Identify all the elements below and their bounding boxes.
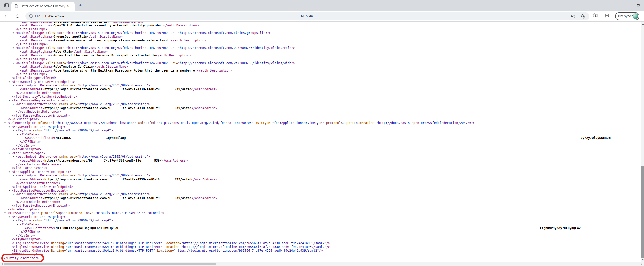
scroll-up-arrow-icon[interactable] — [642, 23, 644, 25]
collapse-arrow-icon[interactable]: ▼ — [13, 46, 16, 50]
horizontal-scrollbar[interactable] — [0, 262, 644, 266]
collapse-arrow-icon[interactable]: ▼ — [13, 219, 16, 223]
xml-line: ▼<wsa:EndpointReference xmlns:wsa="http:… — [0, 155, 641, 159]
xml-line: </IDPSSODescriptor> — [0, 253, 641, 256]
tab-close-icon[interactable]: ✕ — [66, 4, 71, 8]
xml-line: </fed:TargetScopes> — [0, 166, 641, 170]
xml-line: ▼<wsa:EndpointReference xmlns:wsa="http:… — [0, 192, 641, 196]
xml-line: </fed:SecurityTokenServiceEndpoint> — [0, 95, 641, 99]
xml-line: </auth:ClaimType> — [0, 42, 641, 46]
xml-line: ▼<X509Data> — [0, 132, 641, 136]
document-title: MFA.xml — [25, 12, 589, 20]
xml-line: </X509Data> — [0, 230, 641, 234]
xml-line: ▼<fed:ApplicationServiceEndpoint> — [0, 170, 641, 174]
tab-title: DataCove Azure Active Directory — [21, 4, 66, 8]
xml-line: <auth:DisplayName>GroupsOverageClaim</au… — [0, 35, 641, 39]
browser-tab[interactable]: DataCove Azure Active Directory ✕ — [11, 2, 75, 11]
xml-line: </RoleDescriptor> — [0, 117, 641, 121]
collapse-arrow-icon[interactable]: ▼ — [17, 133, 20, 137]
vertical-scrollbar[interactable] — [641, 22, 644, 262]
xml-line: <auth:Description>Roles that the user or… — [0, 54, 641, 57]
scroll-left-arrow-icon[interactable] — [1, 263, 3, 265]
collapse-arrow-icon[interactable]: ▼ — [13, 31, 16, 35]
profile-avatar — [633, 13, 638, 19]
new-tab-button[interactable]: + — [77, 3, 83, 9]
collapse-arrow-icon[interactable]: ▼ — [13, 155, 16, 159]
collections-icon[interactable] — [604, 13, 610, 19]
address-bar[interactable]: File | E:/DataCove MFA.xml — [25, 12, 589, 20]
xml-line: </KeyDescriptor> — [0, 147, 641, 151]
xml-line: </KeyInfo> — [0, 144, 641, 148]
collapse-arrow-icon[interactable]: ▼ — [4, 211, 8, 215]
xml-line: </wsa:EndpointReference> — [0, 163, 641, 166]
browser-toolbar: File | E:/DataCove MFA.xml — [0, 11, 644, 22]
tab-bar: DataCove Azure Active Directory ✕ + — [0, 0, 644, 11]
favorites-hub-icon[interactable] — [592, 13, 599, 19]
file-page-icon — [14, 4, 19, 8]
xml-line: <wsa:Address>https://login.microsoftonli… — [0, 87, 641, 91]
collapse-arrow-icon[interactable]: ▼ — [9, 80, 12, 84]
collapse-arrow-icon[interactable]: ▼ — [9, 215, 12, 219]
xml-line: ▼<wsa:EndpointReference xmlns:wsa="http:… — [0, 102, 641, 106]
add-favorite-star-icon[interactable] — [580, 13, 586, 19]
window-restore-button[interactable] — [633, 1, 643, 9]
xml-line: ▼<wsa:EndpointReference xmlns:wsa="http:… — [0, 84, 641, 87]
xml-document: <auth:DisplayName>External OpenID 2.0 Id… — [0, 22, 641, 260]
window-minimize-button[interactable] — [621, 1, 632, 9]
horizontal-scrollbar-thumb[interactable] — [4, 263, 216, 265]
xml-line: ▼<IDPSSODescriptor protocolSupportEnumer… — [0, 211, 641, 215]
vertical-scrollbar-thumb[interactable] — [641, 166, 644, 258]
xml-line: ▼<KeyInfo xmlns="http://www.w3.org/2000/… — [0, 219, 641, 223]
collapse-arrow-icon[interactable]: ▼ — [9, 189, 12, 193]
collapse-arrow-icon[interactable]: ▼ — [9, 152, 12, 155]
collapse-arrow-icon[interactable]: ▼ — [13, 103, 16, 107]
back-icon[interactable] — [3, 13, 9, 19]
xml-line: ▼<RoleDescriptor xmlns:xsi="http://www.w… — [0, 121, 641, 125]
tab-actions-icon[interactable] — [4, 3, 9, 8]
xml-line: </auth:ClaimType> — [0, 57, 641, 61]
scheme-chip-label: File — [35, 14, 40, 18]
xml-line: <SingleLogoutService Binding="urn:oasis:… — [0, 241, 641, 245]
collapse-arrow-icon[interactable]: ▼ — [4, 121, 8, 125]
address-divider: | — [42, 14, 43, 18]
collapse-arrow-icon[interactable]: ▼ — [9, 99, 12, 103]
xml-line: ▼<fed:PassiveRequestorEndpoint> — [0, 189, 641, 193]
collapse-arrow-icon[interactable]: ▼ — [13, 193, 16, 197]
xml-line: <X509Certificate>MIIC8DCCAdigAwIBAgIQbLb… — [0, 226, 641, 230]
address-path: E:/DataCove — [45, 14, 64, 18]
xml-line: ▼<KeyInfo xmlns="http://www.w3.org/2000/… — [0, 129, 641, 132]
xml-line: <wsa:Address>https://login.microsoftonli… — [0, 106, 641, 110]
xml-line: <auth:DisplayName>Role Claim</auth:Displ… — [0, 50, 641, 54]
read-aloud-icon[interactable] — [570, 13, 576, 19]
xml-line: </wsa:EndpointReference> — [0, 200, 641, 204]
collapse-arrow-icon[interactable]: ▼ — [13, 129, 16, 133]
xml-line: </wsa:EndpointReference> — [0, 110, 641, 114]
xml-line: </KeyDescriptor> — [0, 237, 641, 241]
refresh-icon[interactable] — [14, 13, 21, 19]
scroll-down-arrow-icon[interactable] — [642, 259, 644, 260]
xml-line: <SingleSignOnService Binding="urn:oasis:… — [0, 245, 641, 249]
xml-line: </wsa:EndpointReference> — [0, 91, 641, 95]
file-info-icon[interactable] — [29, 14, 33, 18]
xml-line: </X509Data> — [0, 140, 641, 144]
xml-line: </fed:PassiveRequestorEndpoint> — [0, 114, 641, 118]
xml-line: <wsa:Address>https://login.microsoftonli… — [0, 178, 641, 181]
scroll-right-arrow-icon[interactable] — [641, 263, 642, 265]
profile-button[interactable]: Not syncing — [615, 12, 639, 20]
xml-line: </EntityDescriptor> — [0, 256, 641, 260]
xml-line: ▼<auth:ClaimType xmlns:auth="http://docs… — [0, 31, 641, 35]
xml-line: <X509Certificate>MIIC8DCC 1qVHoEilWqo — [0, 136, 641, 140]
collapse-arrow-icon[interactable]: ▼ — [9, 125, 12, 129]
collapse-arrow-icon[interactable]: ▼ — [13, 61, 16, 65]
xml-line: </fed:ApplicationServiceEndpoint> — [0, 185, 641, 189]
xml-line: ▼<auth:ClaimType xmlns:auth="http://docs… — [0, 61, 641, 65]
xml-line: <auth:Description>Issued when number of … — [0, 39, 641, 42]
xml-line: ▼<fed:SecurityTokenServiceEndpoint> — [0, 80, 641, 84]
collapse-arrow-icon[interactable]: ▼ — [13, 84, 16, 88]
xml-line: ▼<fed:PassiveRequestorEndpoint> — [0, 99, 641, 102]
collapse-arrow-icon[interactable]: ▼ — [9, 170, 12, 174]
collapse-arrow-icon[interactable]: ▼ — [13, 174, 16, 178]
collapse-arrow-icon[interactable]: ▼ — [17, 223, 20, 227]
xml-line: ▼<KeyDescriptor use="signing"> — [0, 215, 641, 219]
xml-line: ▼<auth:ClaimType xmlns:auth="http://docs… — [0, 46, 641, 50]
